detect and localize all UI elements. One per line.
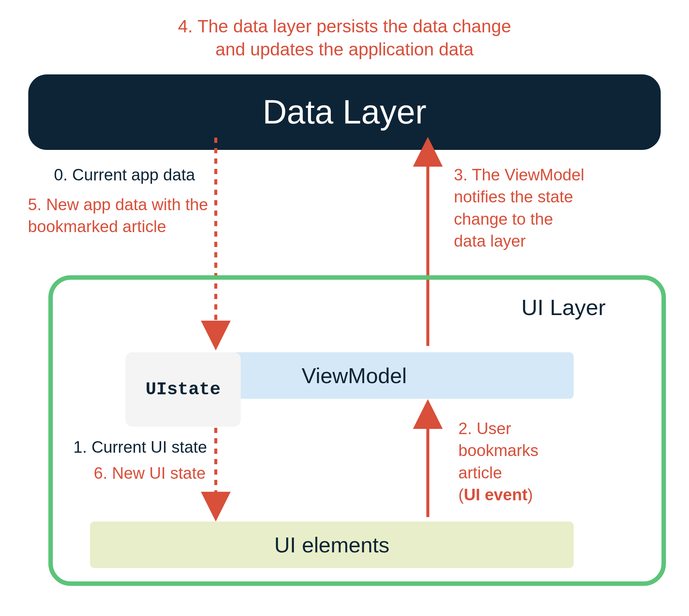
ui-state-box: UI state	[125, 352, 241, 427]
ui-layer-container: UI Layer ViewModel UI state UI elements …	[48, 275, 666, 586]
step4-caption: 4. The data layer persists the data chan…	[22, 15, 667, 61]
data-layer-box: Data Layer	[28, 74, 661, 150]
step4-line1: 4. The data layer persists the data chan…	[178, 16, 511, 36]
ui-state-line1: UI	[145, 378, 167, 401]
step2-label: 2. User bookmarks article (UI event)	[458, 417, 538, 506]
ui-elements-box: UI elements	[90, 522, 574, 568]
step5-label: 5. New app data with the bookmarked arti…	[28, 193, 208, 238]
diagram-canvas: 4. The data layer persists the data chan…	[0, 0, 689, 616]
ui-elements-label: UI elements	[274, 532, 389, 557]
step4-line2: and updates the application data	[215, 39, 474, 59]
ui-state-line2: state	[167, 378, 221, 401]
step6-label: 6. New UI state	[94, 462, 206, 484]
step3-label: 3. The ViewModel notifies the state chan…	[454, 164, 584, 252]
ui-layer-title: UI Layer	[521, 295, 606, 320]
data-layer-label: Data Layer	[263, 93, 426, 131]
step1-label: 1. Current UI state	[73, 436, 207, 458]
viewmodel-label: ViewModel	[302, 363, 407, 388]
step0-label: 0. Current app data	[54, 164, 195, 186]
